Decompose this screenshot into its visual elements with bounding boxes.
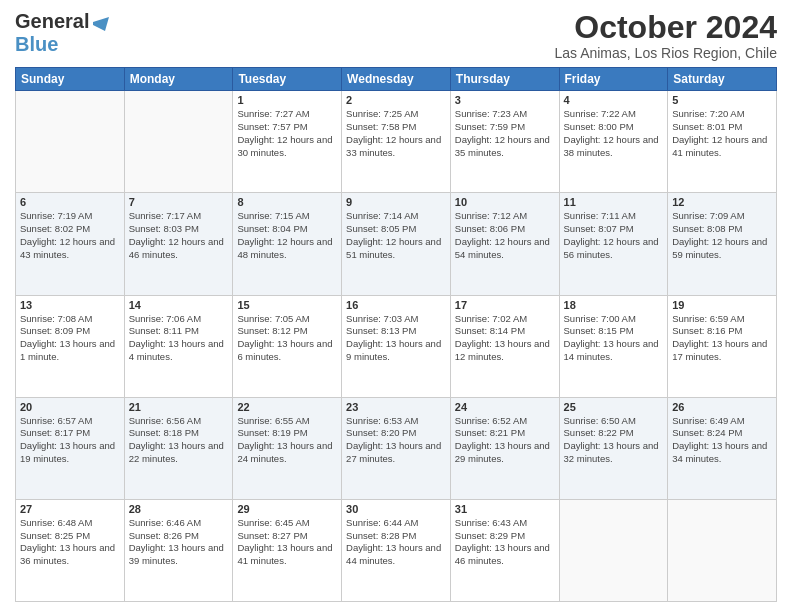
day-number: 29	[237, 503, 337, 515]
calendar-week-row: 1Sunrise: 7:27 AMSunset: 7:57 PMDaylight…	[16, 91, 777, 193]
cell-info: Sunrise: 7:17 AMSunset: 8:03 PMDaylight:…	[129, 210, 229, 261]
calendar-cell: 30Sunrise: 6:44 AMSunset: 8:28 PMDayligh…	[342, 499, 451, 601]
calendar-week-row: 27Sunrise: 6:48 AMSunset: 8:25 PMDayligh…	[16, 499, 777, 601]
day-number: 30	[346, 503, 446, 515]
day-number: 27	[20, 503, 120, 515]
title-area: October 2024 Las Animas, Los Rios Region…	[554, 10, 777, 61]
day-number: 11	[564, 196, 664, 208]
cell-info: Sunrise: 7:03 AMSunset: 8:13 PMDaylight:…	[346, 313, 446, 364]
cell-info: Sunrise: 6:59 AMSunset: 8:16 PMDaylight:…	[672, 313, 772, 364]
calendar-cell: 6Sunrise: 7:19 AMSunset: 8:02 PMDaylight…	[16, 193, 125, 295]
cell-info: Sunrise: 7:25 AMSunset: 7:58 PMDaylight:…	[346, 108, 446, 159]
calendar-cell: 14Sunrise: 7:06 AMSunset: 8:11 PMDayligh…	[124, 295, 233, 397]
cell-info: Sunrise: 7:02 AMSunset: 8:14 PMDaylight:…	[455, 313, 555, 364]
calendar-cell: 3Sunrise: 7:23 AMSunset: 7:59 PMDaylight…	[450, 91, 559, 193]
day-number: 15	[237, 299, 337, 311]
cell-info: Sunrise: 6:53 AMSunset: 8:20 PMDaylight:…	[346, 415, 446, 466]
calendar-cell: 8Sunrise: 7:15 AMSunset: 8:04 PMDaylight…	[233, 193, 342, 295]
calendar-header-row: SundayMondayTuesdayWednesdayThursdayFrid…	[16, 68, 777, 91]
calendar-cell: 17Sunrise: 7:02 AMSunset: 8:14 PMDayligh…	[450, 295, 559, 397]
day-header-saturday: Saturday	[668, 68, 777, 91]
calendar-cell: 2Sunrise: 7:25 AMSunset: 7:58 PMDaylight…	[342, 91, 451, 193]
calendar-cell: 13Sunrise: 7:08 AMSunset: 8:09 PMDayligh…	[16, 295, 125, 397]
cell-info: Sunrise: 7:11 AMSunset: 8:07 PMDaylight:…	[564, 210, 664, 261]
calendar-cell: 19Sunrise: 6:59 AMSunset: 8:16 PMDayligh…	[668, 295, 777, 397]
logo: General Blue	[15, 10, 109, 56]
calendar-cell: 1Sunrise: 7:27 AMSunset: 7:57 PMDaylight…	[233, 91, 342, 193]
calendar-cell: 9Sunrise: 7:14 AMSunset: 8:05 PMDaylight…	[342, 193, 451, 295]
location-title: Las Animas, Los Rios Region, Chile	[554, 45, 777, 61]
day-number: 10	[455, 196, 555, 208]
cell-info: Sunrise: 6:49 AMSunset: 8:24 PMDaylight:…	[672, 415, 772, 466]
calendar-cell: 21Sunrise: 6:56 AMSunset: 8:18 PMDayligh…	[124, 397, 233, 499]
day-header-monday: Monday	[124, 68, 233, 91]
page: General Blue October 2024 Las Animas, Lo…	[0, 0, 792, 612]
day-number: 22	[237, 401, 337, 413]
day-number: 12	[672, 196, 772, 208]
day-number: 5	[672, 94, 772, 106]
day-number: 23	[346, 401, 446, 413]
calendar-cell: 20Sunrise: 6:57 AMSunset: 8:17 PMDayligh…	[16, 397, 125, 499]
calendar-cell: 28Sunrise: 6:46 AMSunset: 8:26 PMDayligh…	[124, 499, 233, 601]
calendar-cell: 26Sunrise: 6:49 AMSunset: 8:24 PMDayligh…	[668, 397, 777, 499]
calendar-cell: 4Sunrise: 7:22 AMSunset: 8:00 PMDaylight…	[559, 91, 668, 193]
calendar-cell: 27Sunrise: 6:48 AMSunset: 8:25 PMDayligh…	[16, 499, 125, 601]
day-number: 13	[20, 299, 120, 311]
calendar-cell: 31Sunrise: 6:43 AMSunset: 8:29 PMDayligh…	[450, 499, 559, 601]
logo-line1: General	[15, 10, 109, 33]
calendar-cell: 25Sunrise: 6:50 AMSunset: 8:22 PMDayligh…	[559, 397, 668, 499]
calendar-cell: 29Sunrise: 6:45 AMSunset: 8:27 PMDayligh…	[233, 499, 342, 601]
calendar-cell: 12Sunrise: 7:09 AMSunset: 8:08 PMDayligh…	[668, 193, 777, 295]
day-header-tuesday: Tuesday	[233, 68, 342, 91]
cell-info: Sunrise: 6:50 AMSunset: 8:22 PMDaylight:…	[564, 415, 664, 466]
cell-info: Sunrise: 7:06 AMSunset: 8:11 PMDaylight:…	[129, 313, 229, 364]
day-number: 19	[672, 299, 772, 311]
calendar-cell	[16, 91, 125, 193]
calendar-week-row: 13Sunrise: 7:08 AMSunset: 8:09 PMDayligh…	[16, 295, 777, 397]
cell-info: Sunrise: 6:43 AMSunset: 8:29 PMDaylight:…	[455, 517, 555, 568]
day-number: 21	[129, 401, 229, 413]
cell-info: Sunrise: 7:12 AMSunset: 8:06 PMDaylight:…	[455, 210, 555, 261]
cell-info: Sunrise: 6:52 AMSunset: 8:21 PMDaylight:…	[455, 415, 555, 466]
cell-info: Sunrise: 6:55 AMSunset: 8:19 PMDaylight:…	[237, 415, 337, 466]
cell-info: Sunrise: 6:56 AMSunset: 8:18 PMDaylight:…	[129, 415, 229, 466]
cell-info: Sunrise: 7:27 AMSunset: 7:57 PMDaylight:…	[237, 108, 337, 159]
cell-info: Sunrise: 6:57 AMSunset: 8:17 PMDaylight:…	[20, 415, 120, 466]
calendar-cell: 11Sunrise: 7:11 AMSunset: 8:07 PMDayligh…	[559, 193, 668, 295]
cell-info: Sunrise: 7:14 AMSunset: 8:05 PMDaylight:…	[346, 210, 446, 261]
day-number: 20	[20, 401, 120, 413]
svg-marker-0	[93, 17, 109, 31]
calendar-cell	[559, 499, 668, 601]
cell-info: Sunrise: 7:22 AMSunset: 8:00 PMDaylight:…	[564, 108, 664, 159]
cell-info: Sunrise: 7:23 AMSunset: 7:59 PMDaylight:…	[455, 108, 555, 159]
logo-general: General	[15, 10, 89, 33]
cell-info: Sunrise: 7:20 AMSunset: 8:01 PMDaylight:…	[672, 108, 772, 159]
calendar-week-row: 6Sunrise: 7:19 AMSunset: 8:02 PMDaylight…	[16, 193, 777, 295]
day-number: 4	[564, 94, 664, 106]
day-number: 8	[237, 196, 337, 208]
cell-info: Sunrise: 6:45 AMSunset: 8:27 PMDaylight:…	[237, 517, 337, 568]
day-number: 24	[455, 401, 555, 413]
day-header-friday: Friday	[559, 68, 668, 91]
cell-info: Sunrise: 7:05 AMSunset: 8:12 PMDaylight:…	[237, 313, 337, 364]
calendar-week-row: 20Sunrise: 6:57 AMSunset: 8:17 PMDayligh…	[16, 397, 777, 499]
cell-info: Sunrise: 6:46 AMSunset: 8:26 PMDaylight:…	[129, 517, 229, 568]
cell-info: Sunrise: 6:48 AMSunset: 8:25 PMDaylight:…	[20, 517, 120, 568]
logo-bird-icon	[91, 13, 109, 31]
day-header-thursday: Thursday	[450, 68, 559, 91]
calendar-table: SundayMondayTuesdayWednesdayThursdayFrid…	[15, 67, 777, 602]
calendar-cell: 15Sunrise: 7:05 AMSunset: 8:12 PMDayligh…	[233, 295, 342, 397]
calendar-cell	[124, 91, 233, 193]
header: General Blue October 2024 Las Animas, Lo…	[15, 10, 777, 61]
day-number: 25	[564, 401, 664, 413]
day-number: 18	[564, 299, 664, 311]
calendar-cell: 7Sunrise: 7:17 AMSunset: 8:03 PMDaylight…	[124, 193, 233, 295]
day-number: 2	[346, 94, 446, 106]
day-number: 7	[129, 196, 229, 208]
day-number: 16	[346, 299, 446, 311]
cell-info: Sunrise: 7:00 AMSunset: 8:15 PMDaylight:…	[564, 313, 664, 364]
cell-info: Sunrise: 7:15 AMSunset: 8:04 PMDaylight:…	[237, 210, 337, 261]
day-number: 31	[455, 503, 555, 515]
month-title: October 2024	[554, 10, 777, 45]
cell-info: Sunrise: 7:08 AMSunset: 8:09 PMDaylight:…	[20, 313, 120, 364]
